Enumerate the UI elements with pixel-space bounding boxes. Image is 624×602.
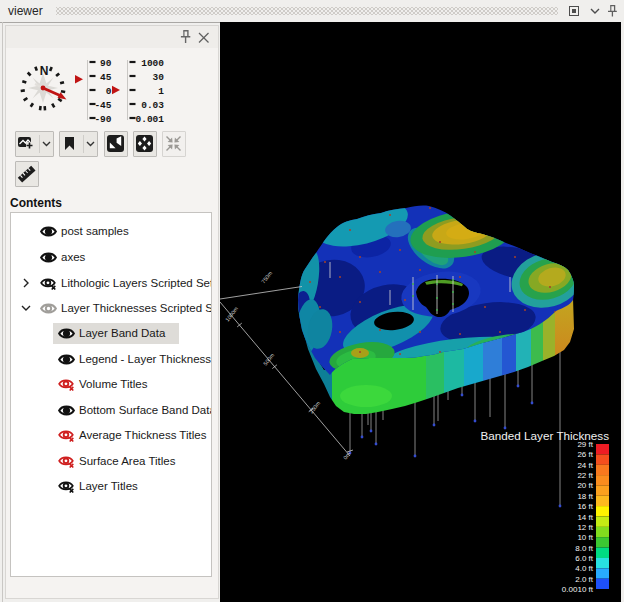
svg-text:18 ft: 18 ft (577, 492, 593, 501)
svg-text:12 ft: 12 ft (577, 523, 593, 532)
svg-text:N: N (40, 64, 49, 78)
svg-text:1: 1 (158, 86, 164, 97)
svg-text:750m: 750m (260, 270, 273, 285)
svg-text:30: 30 (153, 72, 165, 83)
svg-text:4.0 ft: 4.0 ft (575, 564, 594, 573)
svg-text:0: 0 (106, 86, 112, 97)
svg-text:6.0 ft: 6.0 ft (575, 554, 594, 563)
svg-text:20 ft: 20 ft (577, 481, 593, 490)
svg-text:-90: -90 (94, 114, 111, 125)
svg-text:24 ft: 24 ft (577, 461, 593, 470)
svg-text:29 ft: 29 ft (577, 440, 593, 449)
svg-text:16 ft: 16 ft (577, 502, 593, 511)
svg-text:10 ft: 10 ft (577, 533, 593, 542)
svg-text:1000: 1000 (141, 58, 164, 69)
svg-text:22 ft: 22 ft (577, 471, 593, 480)
svg-text:14 ft: 14 ft (577, 513, 593, 522)
svg-text:0.0010 ft: 0.0010 ft (562, 585, 594, 594)
svg-text:45: 45 (100, 72, 112, 83)
svg-text:2.0 ft: 2.0 ft (575, 575, 594, 584)
svg-text:0.001: 0.001 (135, 114, 164, 125)
svg-text:90: 90 (100, 58, 112, 69)
svg-text:1000m: 1000m (224, 305, 239, 322)
svg-text:26 ft: 26 ft (577, 450, 593, 459)
svg-text:-45: -45 (94, 100, 111, 111)
svg-text:0.03: 0.03 (141, 100, 164, 111)
svg-text:8.0 ft: 8.0 ft (575, 544, 594, 553)
svg-text:250m: 250m (308, 400, 321, 415)
